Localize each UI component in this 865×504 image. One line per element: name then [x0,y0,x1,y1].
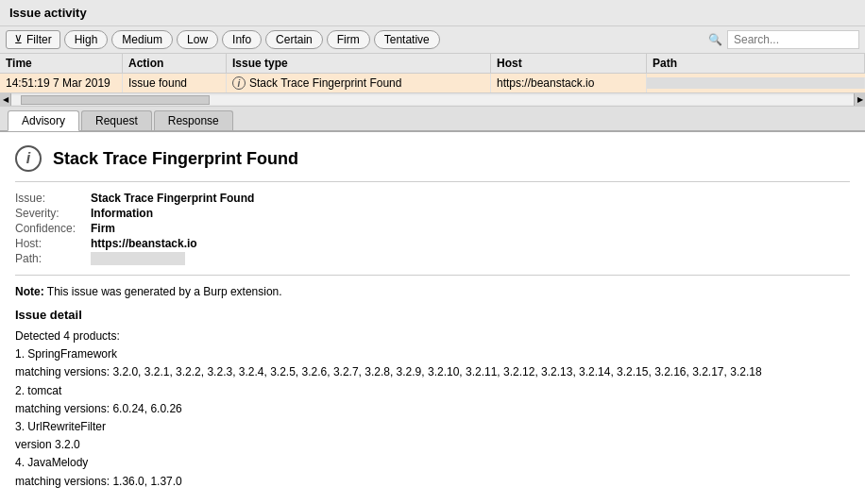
firm-button[interactable]: Firm [327,30,370,49]
search-box: 🔍 [705,30,859,49]
detail-text: Detected 4 products: 1. SpringFramework … [15,328,850,491]
horizontal-scrollbar[interactable]: ◀ ▶ [0,92,865,106]
toolbar: ⊻ Filter High Medium Low Info Certain Fi… [0,26,865,54]
tab-advisory[interactable]: Advisory [8,110,79,131]
cell-host: https://beanstack.io [491,74,647,92]
issue-table: Time Action Issue type Host Path 14:51:1… [0,54,865,107]
meta-path-label: Path: [15,252,91,265]
certain-button[interactable]: Certain [265,30,323,49]
detail-panel: i Stack Trace Fingerprint Found Issue: S… [0,132,865,504]
col-header-path: Path [647,54,865,73]
low-button[interactable]: Low [177,30,218,49]
scroll-left-button[interactable]: ◀ [0,93,11,107]
cell-time: 14:51:19 7 Mar 2019 [0,74,123,92]
meta-confidence-label: Confidence: [15,222,91,235]
tab-response[interactable]: Response [154,110,233,130]
meta-table: Issue: Stack Trace Fingerprint Found Sev… [15,192,850,265]
col-header-action: Action [123,54,227,73]
meta-issue-row: Issue: Stack Trace Fingerprint Found [15,192,850,205]
col-header-time: Time [0,54,123,73]
divider-mid [15,275,850,276]
filter-icon: ⊻ [14,33,23,46]
filter-button[interactable]: ⊻ Filter [6,30,60,49]
meta-path-value [91,252,185,265]
meta-path-row: Path: [15,252,850,265]
scroll-track[interactable] [11,95,854,105]
search-input[interactable] [727,30,859,49]
table-row[interactable]: 14:51:19 7 Mar 2019 Issue found i Stack … [0,74,865,92]
meta-issue-label: Issue: [15,192,91,205]
note-section: Note: This issue was generated by a Burp… [15,285,850,298]
meta-severity-value: Information [91,207,153,220]
meta-host-value: https://beanstack.io [91,237,197,250]
issue-detail-title: Issue detail [15,308,850,322]
issue-info-icon: i [15,145,42,172]
issue-detail-section: Issue detail Detected 4 products: 1. Spr… [15,308,850,491]
issue-title-row: i Stack Trace Fingerprint Found [15,145,850,172]
meta-severity-label: Severity: [15,207,91,220]
meta-host-label: Host: [15,237,91,250]
scroll-thumb[interactable] [21,95,210,105]
col-header-host: Host [491,54,647,73]
meta-host-row: Host: https://beanstack.io [15,237,850,250]
note-text: This issue was generated by a Burp exten… [47,285,282,298]
high-button[interactable]: High [64,30,109,49]
divider-top [15,181,850,182]
search-icon: 🔍 [705,30,724,49]
meta-confidence-row: Confidence: Firm [15,222,850,235]
tentative-button[interactable]: Tentative [374,30,440,49]
col-header-type: Issue type [227,54,491,73]
tab-request[interactable]: Request [81,110,152,130]
meta-confidence-value: Firm [91,222,115,235]
cell-type-text: Stack Trace Fingerprint Found [249,76,401,90]
meta-issue-value: Stack Trace Fingerprint Found [91,192,254,205]
info-button[interactable]: Info [222,30,262,49]
tabs-bar: Advisory Request Response [0,107,865,132]
issue-title: Stack Trace Fingerprint Found [53,149,298,169]
app-header: Issue activity [0,0,865,26]
filter-label: Filter [26,33,52,46]
cell-action: Issue found [123,74,227,92]
table-header: Time Action Issue type Host Path [0,54,865,74]
medium-button[interactable]: Medium [111,30,173,49]
cell-type: i Stack Trace Fingerprint Found [227,74,491,92]
header-title: Issue activity [9,6,87,20]
meta-severity-row: Severity: Information [15,207,850,220]
cell-path [647,77,865,89]
info-badge-icon: i [232,76,246,90]
note-label: Note: [15,285,44,298]
scroll-right-button[interactable]: ▶ [854,93,865,107]
